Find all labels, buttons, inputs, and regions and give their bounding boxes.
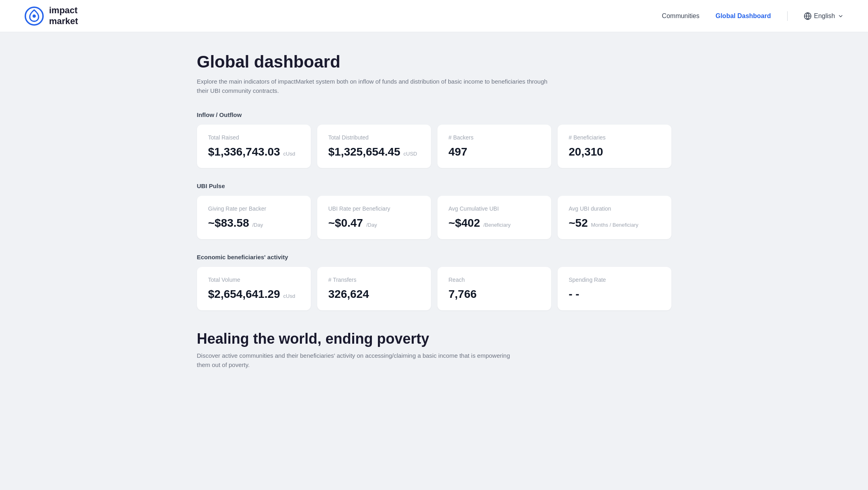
card-transfers-value: 326,624	[328, 288, 420, 301]
nav-global-dashboard[interactable]: Global Dashboard	[716, 12, 771, 20]
economic-activity-section: Economic beneficiaries' activity Total V…	[197, 254, 671, 310]
card-giving-rate-value: ~$83.58 /Day	[208, 217, 300, 230]
page-subtitle: Explore the main indicators of impactMar…	[197, 77, 559, 95]
language-label: English	[814, 12, 835, 20]
card-total-volume: Total Volume $2,654,641.29 cUsd	[197, 267, 311, 310]
main-content: Global dashboard Explore the main indica…	[173, 32, 696, 390]
card-beneficiaries: # Beneficiaries 20,310	[558, 125, 671, 168]
card-ubi-rate-value: ~$0.47 /Day	[328, 217, 420, 230]
card-giving-rate: Giving Rate per Backer ~$83.58 /Day	[197, 196, 311, 239]
card-avg-cumulative-value: ~$402 /Beneficiary	[449, 217, 540, 230]
globe-icon	[804, 12, 812, 20]
bottom-title: Healing the world, ending poverty	[197, 330, 671, 347]
card-avg-duration-value: ~52 Months / Beneficiary	[569, 217, 660, 230]
card-spending-rate-value: - -	[569, 288, 660, 301]
ubi-pulse-cards: Giving Rate per Backer ~$83.58 /Day UBI …	[197, 196, 671, 239]
card-giving-rate-label: Giving Rate per Backer	[208, 205, 300, 212]
language-selector[interactable]: English	[804, 12, 844, 20]
inflow-outflow-section: Inflow / Outflow Total Raised $1,336,743…	[197, 111, 671, 168]
ubi-pulse-section: UBI Pulse Giving Rate per Backer ~$83.58…	[197, 182, 671, 239]
card-backers-label: # Backers	[449, 134, 540, 141]
nav-divider	[787, 11, 788, 21]
svg-point-1	[33, 14, 36, 18]
bottom-section: Healing the world, ending poverty Discov…	[197, 330, 671, 369]
economic-activity-title: Economic beneficiaries' activity	[197, 254, 671, 260]
card-reach: Reach 7,766	[437, 267, 551, 310]
page-title: Global dashboard	[197, 52, 671, 72]
card-total-raised-label: Total Raised	[208, 134, 300, 141]
card-total-volume-label: Total Volume	[208, 277, 300, 283]
card-avg-cumulative: Avg Cumulative UBI ~$402 /Beneficiary	[437, 196, 551, 239]
chevron-down-icon	[837, 13, 844, 19]
nav-area: Communities Global Dashboard English	[662, 11, 844, 21]
ubi-pulse-title: UBI Pulse	[197, 182, 671, 189]
card-total-distributed-value: $1,325,654.45 cUSD	[328, 146, 420, 158]
card-avg-duration: Avg UBI duration ~52 Months / Beneficiar…	[558, 196, 671, 239]
card-backers-value: 497	[449, 146, 540, 158]
card-beneficiaries-value: 20,310	[569, 146, 660, 158]
logo[interactable]: impact market	[24, 5, 78, 27]
card-spending-rate-label: Spending Rate	[569, 277, 660, 283]
header: impact market Communities Global Dashboa…	[0, 0, 868, 32]
inflow-outflow-title: Inflow / Outflow	[197, 111, 671, 118]
card-avg-cumulative-label: Avg Cumulative UBI	[449, 205, 540, 212]
card-backers: # Backers 497	[437, 125, 551, 168]
card-beneficiaries-label: # Beneficiaries	[569, 134, 660, 141]
card-total-volume-value: $2,654,641.29 cUsd	[208, 288, 300, 301]
card-total-raised-value: $1,336,743.03 cUsd	[208, 146, 300, 158]
logo-text: impact market	[49, 5, 78, 27]
card-total-distributed-label: Total Distributed	[328, 134, 420, 141]
card-reach-value: 7,766	[449, 288, 540, 301]
bottom-subtitle: Discover active communities and their be…	[197, 351, 519, 369]
card-total-raised: Total Raised $1,336,743.03 cUsd	[197, 125, 311, 168]
card-transfers: # Transfers 326,624	[317, 267, 431, 310]
card-total-distributed: Total Distributed $1,325,654.45 cUSD	[317, 125, 431, 168]
logo-icon	[24, 6, 44, 26]
card-spending-rate: Spending Rate - -	[558, 267, 671, 310]
nav-communities[interactable]: Communities	[662, 12, 699, 20]
card-ubi-rate: UBI Rate per Beneficiary ~$0.47 /Day	[317, 196, 431, 239]
card-transfers-label: # Transfers	[328, 277, 420, 283]
card-reach-label: Reach	[449, 277, 540, 283]
inflow-outflow-cards: Total Raised $1,336,743.03 cUsd Total Di…	[197, 125, 671, 168]
card-avg-duration-label: Avg UBI duration	[569, 205, 660, 212]
card-ubi-rate-label: UBI Rate per Beneficiary	[328, 205, 420, 212]
economic-activity-cards: Total Volume $2,654,641.29 cUsd # Transf…	[197, 267, 671, 310]
